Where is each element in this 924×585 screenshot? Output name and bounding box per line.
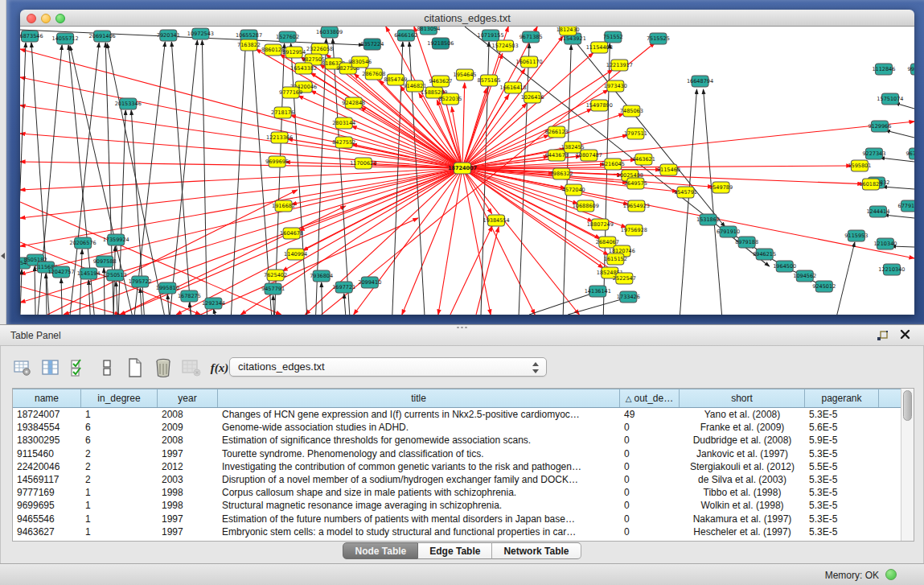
graph-node[interactable]: 8575165 [478, 75, 501, 86]
graph-node[interactable]: 17359924 [103, 234, 129, 245]
table-cell[interactable]: Estimation of the future numbers of pati… [218, 513, 620, 525]
table-cell[interactable]: 0 [620, 460, 680, 473]
table-row[interactable]: 969969511998Structural magnetic resonanc… [13, 499, 901, 512]
graph-node[interactable]: 1733426 [617, 291, 640, 303]
graph-node[interactable]: 16648794 [687, 76, 713, 87]
graph-node[interactable]: 16616418 [500, 82, 527, 93]
graph-node[interactable]: 1094562 [793, 270, 816, 282]
graph-node[interactable]: 6791910 [717, 226, 740, 237]
table-cell[interactable]: 2 [81, 473, 158, 486]
column-header-year[interactable]: year [158, 389, 218, 407]
graph-node[interactable]: 9671900 [906, 148, 914, 159]
table-cell[interactable]: Nakamura et al. (1997) [680, 513, 805, 525]
table-cell[interactable]: 1998 [158, 499, 218, 512]
table-cell[interactable]: Structural magnetic resonance image aver… [218, 499, 620, 512]
table-cell[interactable]: 9115460 [13, 447, 81, 460]
table-row[interactable]: 911546021997Tourette syndrome. Phenomeno… [13, 447, 901, 460]
graph-node[interactable]: 9227343 [862, 148, 885, 159]
graph-node[interactable]: 4463621 [632, 154, 655, 165]
graph-node[interactable]: 1995810 [156, 282, 179, 294]
table-row[interactable]: 1830029562008Estimation of significance … [13, 434, 901, 447]
table-cell[interactable]: 0 [620, 447, 680, 460]
table-cell[interactable]: 0 [620, 421, 680, 434]
graph-node[interactable]: 1678275 [178, 290, 201, 302]
table-cell[interactable]: Genome-wide association studies in ADHD. [218, 421, 620, 434]
graph-node[interactable]: 9097588 [93, 256, 117, 267]
table-cell[interactable]: 2003 [158, 473, 218, 486]
column-header-in-degree[interactable]: in_degree [81, 389, 158, 407]
graph-node[interactable]: 14136141 [585, 286, 611, 297]
graph-node[interactable]: 1026416 [521, 92, 544, 103]
table-cell[interactable]: Investigating the contribution of common… [218, 460, 620, 473]
table-cell[interactable]: 5.3E-5 [805, 525, 879, 538]
graph-node[interactable]: 9777169 [279, 87, 302, 98]
graph-node[interactable]: 8813054 [417, 27, 440, 35]
graph-node[interactable]: 1244414 [866, 206, 889, 217]
graph-node[interactable]: 4572040 [562, 184, 585, 196]
row-height-icon[interactable] [97, 357, 117, 378]
graph-node[interactable]: 9115460 [657, 164, 680, 175]
panel-collapse-strip[interactable] [0, 0, 6, 324]
column-header-title[interactable]: title [218, 389, 620, 407]
graph-node[interactable]: 19218506 [427, 38, 454, 49]
graph-node[interactable]: 9699695 [265, 156, 289, 167]
table-cell[interactable]: 1 [81, 499, 158, 512]
graph-node[interactable]: 1916682 [272, 200, 295, 212]
table-row[interactable]: 2242004622012Investigating the contribut… [13, 460, 901, 473]
graph-node[interactable]: 8522035 [438, 93, 462, 105]
graph-node[interactable]: 2099410 [358, 277, 381, 288]
graph-node[interactable]: 9463627 [429, 76, 452, 87]
table-cell[interactable]: Wolkin et al. (1998) [680, 499, 805, 512]
graph-node[interactable]: 11154408 [586, 42, 613, 53]
table-cell[interactable]: Hescheler et al. (1997) [680, 525, 805, 538]
graph-node[interactable]: 16873546 [20, 31, 43, 42]
network-window[interactable]: citations_edges.txt 18724007168735461405… [20, 10, 914, 315]
graph-node[interactable]: 8979188 [735, 237, 758, 248]
graph-node[interactable]: 1112846 [872, 64, 895, 75]
tab-edge-table[interactable]: Edge Table [418, 542, 492, 559]
graph-node[interactable]: 15751074 [877, 93, 903, 105]
table-cell[interactable]: 1998 [158, 486, 218, 499]
graph-node[interactable]: 8860128 [261, 44, 285, 56]
table-cell[interactable]: Estimation of significance thresholds fo… [218, 434, 620, 447]
graph-node[interactable]: 1964500 [773, 261, 796, 272]
graph-node[interactable]: 1595801 [848, 160, 871, 171]
graph-node[interactable]: 1973430 [604, 80, 627, 92]
graph-node[interactable]: 20206576 [70, 237, 97, 249]
graph-node[interactable]: 7936804 [310, 270, 333, 282]
graph-node[interactable]: 2522547 [613, 273, 636, 284]
graph-node[interactable]: 1697721 [332, 282, 355, 293]
graph-node[interactable]: 1527602 [276, 31, 299, 43]
column-header-pagerank[interactable]: pagerank [805, 389, 879, 407]
graph-node[interactable]: 1812430 [556, 27, 580, 35]
table-cell[interactable]: 9463627 [13, 525, 81, 538]
table-cell[interactable]: 0 [620, 473, 680, 486]
table-cell[interactable]: 1 [81, 486, 158, 499]
graph-node[interactable]: 16033809 [316, 27, 343, 38]
graph-node[interactable]: 751552 [603, 31, 623, 43]
table-cell[interactable]: Dudbridge et al. (2008) [680, 434, 805, 447]
table-row[interactable]: 977716911998Corpus callosum shape and si… [13, 486, 901, 499]
graph-node[interactable]: 1145194 [77, 268, 101, 279]
table-cell[interactable]: 0 [620, 513, 680, 525]
new-file-icon[interactable] [125, 357, 146, 378]
graph-node[interactable]: 20691406 [89, 31, 116, 42]
graph-node[interactable]: 9242848 [342, 97, 365, 109]
table-cell[interactable]: 2 [81, 447, 158, 460]
graph-node[interactable]: 1531862 [696, 214, 720, 225]
table-cell[interactable]: 9699695 [13, 499, 81, 512]
delete-table-icon[interactable] [181, 357, 202, 378]
graph-node[interactable]: 12210340 [878, 264, 905, 275]
splitter-grip[interactable] [456, 326, 469, 329]
column-header-name[interactable]: name [13, 389, 81, 407]
graph-node[interactable]: 19384554 [483, 215, 510, 226]
graph-node[interactable]: 23226058 [306, 43, 333, 55]
table-cell[interactable]: 0 [620, 499, 680, 512]
graph-node[interactable]: 1954645 [454, 69, 477, 80]
graph-node[interactable]: 9245012 [812, 281, 836, 292]
table-cell[interactable]: 5.5E-5 [805, 460, 879, 473]
select-columns-icon[interactable] [68, 357, 89, 378]
table-cell[interactable]: 1 [81, 525, 158, 538]
graph-node[interactable]: 8946215 [753, 249, 776, 260]
table-cell[interactable]: 18724007 [13, 408, 81, 421]
